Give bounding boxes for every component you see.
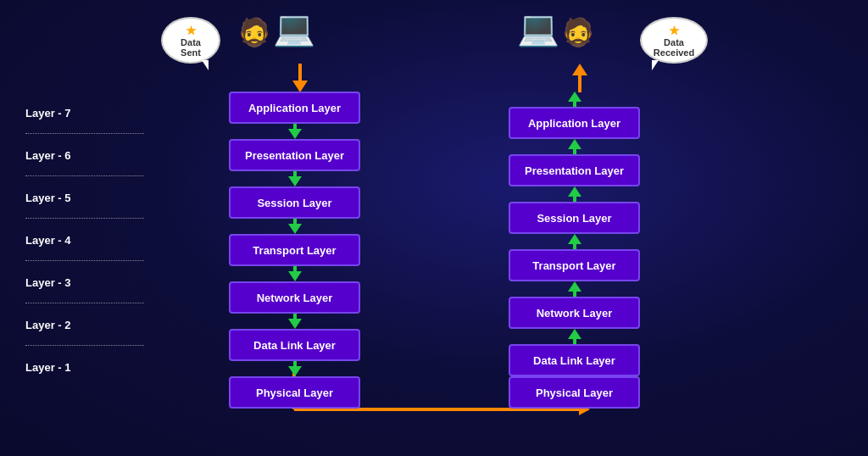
sender-physical-layer: Physical Layer bbox=[229, 376, 360, 409]
receiver-column: Application LayerPresentation LayerSessi… bbox=[509, 92, 640, 409]
sender-arrow-3 bbox=[288, 266, 302, 281]
layer-3-label: Layer - 3 bbox=[25, 261, 161, 303]
orange-line-sender bbox=[298, 64, 302, 81]
sender-transport-layer: Transport Layer bbox=[229, 234, 360, 266]
bubble-sent-line2: Sent bbox=[181, 47, 201, 58]
data-received-bubble: ★ Data Received bbox=[640, 17, 708, 64]
sender-column: Application LayerPresentation LayerSessi… bbox=[229, 92, 360, 409]
receiver-physical-layer: Physical Layer bbox=[509, 376, 640, 409]
layer-1-label: Layer - 1 bbox=[25, 346, 161, 388]
bubble-sent-line1: Data bbox=[181, 37, 201, 47]
sender-arrow-1 bbox=[288, 171, 302, 186]
receiver-figure: 💻 🧔 bbox=[517, 8, 595, 48]
receiver-top-arrow bbox=[572, 64, 587, 92]
sender-arrow-0 bbox=[288, 124, 302, 139]
receiver-network-layer: Network Layer bbox=[509, 297, 640, 329]
orange-arrowhead-sender bbox=[292, 81, 308, 92]
orange-line-receiver bbox=[578, 75, 581, 92]
sender-session-layer: Session Layer bbox=[229, 186, 360, 219]
receiver-laptop-icon: 💻 bbox=[517, 8, 559, 48]
bubble-received-line2: Received bbox=[654, 47, 694, 58]
layer-6-label: Layer - 6 bbox=[25, 134, 161, 176]
sender-network-layer: Network Layer bbox=[229, 281, 360, 314]
receiver-arrow-1 bbox=[568, 139, 581, 154]
receiver-arrow-4 bbox=[568, 281, 581, 297]
diagram-container: Layer - 7 Layer - 6 Layer - 5 Layer - 4 … bbox=[0, 0, 868, 456]
layer-labels: Layer - 7 Layer - 6 Layer - 5 Layer - 4 … bbox=[25, 92, 161, 388]
data-sent-bubble: ★ Data Sent bbox=[161, 17, 220, 64]
receiver-arrow-5 bbox=[568, 329, 581, 344]
layer-5-label: Layer - 5 bbox=[25, 176, 161, 219]
bubble-received-line1: Data bbox=[664, 37, 684, 47]
receiver-person-icon: 🧔 bbox=[561, 16, 595, 48]
sender-laptop-icon: 💻 bbox=[273, 8, 315, 48]
sender-presentation-layer: Presentation Layer bbox=[229, 139, 360, 171]
sender-data-link-layer: Data Link Layer bbox=[229, 329, 360, 361]
orange-arrowhead-receiver bbox=[572, 64, 587, 75]
receiver-session-layer: Session Layer bbox=[509, 202, 640, 234]
receiver-arrow-3 bbox=[568, 234, 581, 249]
star-icon-sent: ★ bbox=[186, 24, 197, 37]
receiver-arrow-0 bbox=[568, 92, 581, 107]
receiver-data-link-layer: Data Link Layer bbox=[509, 344, 640, 376]
receiver-transport-layer: Transport Layer bbox=[509, 249, 640, 281]
sender-figure: 🧔 💻 bbox=[237, 8, 315, 48]
receiver-application-layer: Application Layer bbox=[509, 107, 640, 139]
sender-arrow-4 bbox=[288, 314, 302, 329]
sender-application-layer: Application Layer bbox=[229, 92, 360, 124]
layer-7-label: Layer - 7 bbox=[25, 92, 161, 134]
layer-2-label: Layer - 2 bbox=[25, 303, 161, 346]
sender-arrow-5 bbox=[288, 361, 302, 376]
layer-4-label: Layer - 4 bbox=[25, 219, 161, 261]
receiver-arrow-2 bbox=[568, 186, 581, 202]
star-icon-received: ★ bbox=[669, 24, 680, 37]
sender-person-icon: 🧔 bbox=[237, 16, 271, 48]
sender-arrow-2 bbox=[288, 219, 302, 234]
sender-top-arrow bbox=[292, 64, 308, 92]
receiver-presentation-layer: Presentation Layer bbox=[509, 154, 640, 186]
